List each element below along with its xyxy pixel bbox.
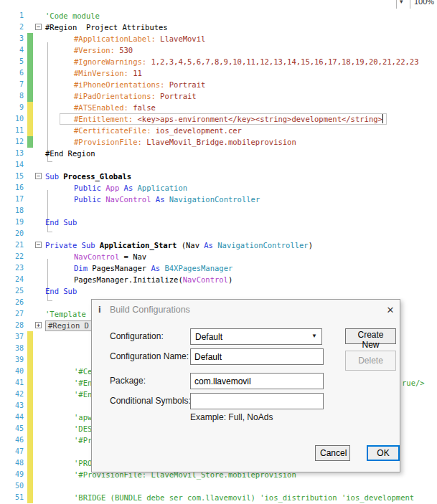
- conditional-symbols-input[interactable]: [190, 393, 324, 409]
- code-line[interactable]: 21−Private Sub Application_Start (Nav As…: [0, 239, 437, 251]
- code-text: End Sub: [45, 217, 77, 228]
- code-line[interactable]: 16Public App As Application: [0, 182, 437, 194]
- close-button[interactable]: ✕: [382, 303, 398, 318]
- code-line[interactable]: 14: [0, 159, 437, 171]
- conditional-symbols-label: Conditional Symbols:: [110, 396, 191, 406]
- code-line[interactable]: 6#MinVersion: 11: [0, 67, 437, 79]
- create-new-button[interactable]: Create New: [345, 328, 396, 344]
- code-line[interactable]: 25End Sub: [0, 285, 437, 297]
- line-number: 42: [0, 389, 24, 400]
- code-line[interactable]: 20: [0, 228, 437, 239]
- toolbar-divider: [396, 0, 397, 9]
- code-line[interactable]: 18: [0, 205, 437, 217]
- code-line[interactable]: 22NavControl = Nav: [0, 251, 437, 262]
- line-number: 13: [0, 148, 24, 159]
- line-number: 6: [0, 67, 24, 79]
- code-line[interactable]: 12#ProvisionFile: LlaveMovil_Bridge.mobi…: [0, 136, 437, 148]
- change-bar: [27, 113, 33, 125]
- line-number: 50: [0, 480, 24, 492]
- code-line[interactable]: 3#ApplicationLabel: LlaveMovil: [0, 33, 437, 44]
- code-line[interactable]: 50: [0, 480, 437, 492]
- line-number: 23: [0, 262, 24, 274]
- dialog-titlebar[interactable]: i Build Configurations ✕: [92, 300, 400, 321]
- line-number: 16: [0, 182, 24, 194]
- change-bar: [27, 44, 33, 56]
- ok-button[interactable]: OK: [367, 445, 400, 461]
- line-number: 40: [0, 366, 24, 377]
- code-text: #IgnoreWarnings: 1,2,3,4,5,6,7,8,9,10,11…: [74, 56, 418, 67]
- code-text: End Sub: [45, 285, 77, 297]
- code-line[interactable]: 24PagesManager.Initialize(NavControl): [0, 274, 437, 285]
- zoom-dropdown-arrow-icon[interactable]: ▾: [400, 0, 403, 5]
- change-bar: [27, 343, 33, 354]
- code-text: #ATSEnabled: false: [74, 102, 156, 113]
- code-text: #End Region: [45, 148, 95, 159]
- line-number: 11: [0, 125, 24, 136]
- line-number: 28: [0, 320, 24, 331]
- zoom-level-control[interactable]: 100%: [414, 0, 434, 6]
- line-number: 38: [0, 343, 24, 354]
- line-number: 14: [0, 159, 24, 171]
- code-line[interactable]: 5#IgnoreWarnings: 1,2,3,4,5,6,7,8,9,10,1…: [0, 56, 437, 67]
- toolbar-divider: [410, 0, 410, 9]
- code-line[interactable]: 19End Sub: [0, 217, 437, 228]
- code-text: #Version: 530: [74, 44, 133, 56]
- configuration-name-input[interactable]: [190, 348, 324, 365]
- line-number: 15: [0, 171, 24, 182]
- code-text: NavControl = Nav: [74, 251, 146, 262]
- code-line[interactable]: 8#iPadOrientations: Portrait: [0, 90, 437, 102]
- code-line[interactable]: 7#iPhoneOrientations: Portrait: [0, 79, 437, 90]
- line-number: 46: [0, 434, 24, 446]
- line-number: 2: [0, 22, 24, 33]
- code-text: 'Template: [45, 308, 86, 320]
- code-text: #MinVersion: 11: [74, 67, 142, 79]
- line-number: 1: [0, 10, 24, 22]
- line-number: 39: [0, 354, 24, 366]
- code-text: #Region Project Attributes: [45, 22, 168, 33]
- code-line[interactable]: 1'Code module: [0, 10, 437, 22]
- fold-collapse-icon[interactable]: −: [35, 173, 42, 179]
- code-line[interactable]: 4#Version: 530: [0, 44, 437, 56]
- line-number: 49: [0, 469, 24, 480]
- code-text: Public App As Application: [74, 182, 187, 194]
- line-number: 25: [0, 285, 24, 297]
- code-line[interactable]: 15−Sub Process_Globals: [0, 171, 437, 182]
- change-bar: [27, 412, 33, 423]
- code-line[interactable]: 17Public NavControl As NavigationControl…: [0, 194, 437, 205]
- fold-collapse-icon[interactable]: −: [35, 24, 42, 30]
- field-row-conditional-symbols: Conditional Symbols:: [92, 393, 400, 409]
- change-bar: [27, 102, 33, 113]
- code-text: Dim PagesManager As B4XPagesManager: [74, 262, 232, 274]
- cancel-button[interactable]: Cancel: [315, 445, 350, 461]
- configuration-label: Configuration:: [110, 331, 164, 341]
- dialog-title: Build Configurations: [110, 305, 190, 315]
- code-line[interactable]: 9#ATSEnabled: false: [0, 102, 437, 113]
- change-bar: [27, 457, 33, 469]
- line-number: 48: [0, 457, 24, 469]
- delete-button[interactable]: Delete: [345, 351, 396, 371]
- code-line[interactable]: 13#End Region: [0, 148, 437, 159]
- change-bar: [27, 366, 33, 377]
- close-icon: ✕: [387, 305, 395, 315]
- line-number: 8: [0, 90, 24, 102]
- change-bar: [27, 469, 33, 480]
- code-line[interactable]: 51'BRIDGE (BUNDLE debe ser com.llavemovi…: [0, 492, 437, 503]
- change-bar: [27, 480, 33, 492]
- code-line[interactable]: 23Dim PagesManager As B4XPagesManager: [0, 262, 437, 274]
- change-bar: [27, 389, 33, 400]
- code-text: #iPhoneOrientations: Portrait: [74, 79, 205, 90]
- package-input[interactable]: [190, 373, 324, 389]
- code-text: Sub Process_Globals: [45, 171, 131, 182]
- code-line[interactable]: 2−#Region Project Attributes: [0, 22, 437, 33]
- line-number: 17: [0, 194, 24, 205]
- line-number: 24: [0, 274, 24, 285]
- code-line[interactable]: 10#Entitlement: <key>aps-environment</ke…: [0, 113, 437, 125]
- line-number: 9: [0, 102, 24, 113]
- fold-collapse-icon[interactable]: −: [35, 242, 42, 248]
- change-bar: [27, 377, 33, 389]
- configuration-dropdown[interactable]: Default ▼: [190, 328, 322, 345]
- code-text: #ApplicationLabel: LlaveMovil: [74, 33, 205, 44]
- fold-expand-icon[interactable]: +: [35, 322, 42, 328]
- code-line[interactable]: 11#CertificateFile: ios_development.cer: [0, 125, 437, 136]
- line-number: 27: [0, 308, 24, 320]
